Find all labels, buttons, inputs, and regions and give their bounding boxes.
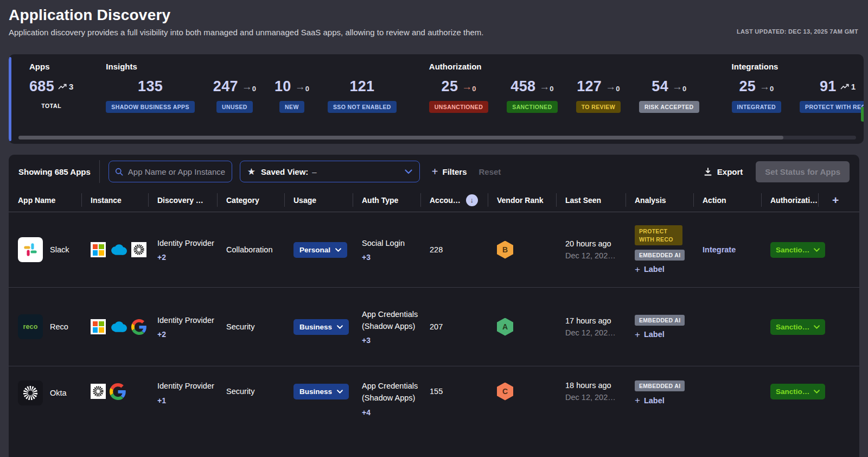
last-seen-relative: 20 hours ago bbox=[565, 239, 611, 248]
metric-badge[interactable]: SSO NOT ENABLED bbox=[328, 101, 397, 113]
metric-badge[interactable]: UNUSED bbox=[216, 101, 253, 113]
saved-view-value: – bbox=[312, 167, 316, 176]
auth-type: Social Login bbox=[362, 238, 405, 250]
plus-icon: + bbox=[635, 330, 640, 339]
category-cell: Collaboration bbox=[217, 239, 284, 261]
reset-button[interactable]: Reset bbox=[479, 167, 501, 176]
column-header-instance[interactable]: Instance bbox=[81, 188, 148, 212]
auth-type-more-link[interactable]: +3 bbox=[362, 336, 371, 345]
metric-badge[interactable]: UNSANCTIONED bbox=[429, 101, 488, 113]
to-value: 0 bbox=[770, 85, 774, 93]
analysis-cell: EMBEDDED AI + Label bbox=[626, 380, 693, 405]
filters-button[interactable]: + Filters bbox=[432, 166, 467, 177]
column-header-action[interactable]: Action bbox=[693, 188, 761, 212]
metric-badge[interactable]: PROTECT WITH RECO bbox=[800, 101, 864, 113]
column-header-last-seen[interactable]: Last Seen bbox=[556, 188, 626, 212]
apps-table-panel: Showing 685 Apps ★ Saved View: – + Filte… bbox=[9, 155, 859, 457]
auth-type: App Credentials (Shadow Apps) bbox=[362, 309, 420, 333]
instance-cell bbox=[81, 239, 148, 261]
column-header-usage[interactable]: Usage bbox=[284, 188, 353, 212]
integrate-link[interactable]: Integrate bbox=[703, 245, 736, 254]
vendor-rank-badge: C bbox=[497, 383, 513, 401]
authorization-value: Sanctio… bbox=[776, 388, 809, 396]
authorization-dropdown[interactable]: Sanctio… bbox=[770, 384, 825, 399]
usage-dropdown[interactable]: Business bbox=[293, 319, 349, 335]
search-input-wrapper[interactable] bbox=[108, 161, 232, 182]
metric-unused: 247 → 0 UNUSED bbox=[213, 78, 256, 113]
metric-value: 458 bbox=[510, 78, 535, 95]
google-icon bbox=[110, 383, 126, 400]
stats-scrollbar-thumb[interactable] bbox=[18, 136, 783, 139]
table-row[interactable]: Okta Identity Provider +1 Security Busin… bbox=[9, 366, 859, 457]
column-header-auth-type[interactable]: Auth Type bbox=[353, 188, 420, 212]
category-cell: Security bbox=[217, 380, 284, 402]
column-header-vendor-rank[interactable]: Vendor Rank bbox=[488, 188, 556, 212]
right-arrow-icon: → bbox=[539, 81, 550, 92]
usage-dropdown[interactable]: Personal bbox=[293, 242, 347, 258]
authorization-cell: Sanctio… bbox=[761, 239, 818, 261]
add-column-button[interactable]: + bbox=[818, 188, 859, 212]
saved-view-label: Saved View: bbox=[261, 167, 308, 176]
usage-dropdown[interactable]: Business bbox=[293, 384, 349, 399]
authorization-dropdown[interactable]: Sanctio… bbox=[770, 242, 825, 258]
last-seen-date: Dec 12, 202… bbox=[565, 328, 616, 337]
metric-badge[interactable]: RISK ACCEPTED bbox=[639, 101, 699, 113]
discovery-more-link[interactable]: +2 bbox=[157, 253, 166, 262]
set-status-for-apps-button[interactable]: Set Status for Apps bbox=[756, 161, 850, 182]
stats-scrollbar-track bbox=[18, 136, 856, 139]
discovery-more-link[interactable]: +1 bbox=[157, 396, 166, 405]
auth-type-more-link[interactable]: +4 bbox=[362, 408, 371, 417]
add-label-button[interactable]: + Label bbox=[635, 330, 665, 339]
metric-badge[interactable]: NEW bbox=[279, 101, 304, 113]
last-seen-cell: 18 hours ago Dec 12, 202… bbox=[556, 380, 626, 402]
column-header-analysis[interactable]: Analysis bbox=[626, 188, 693, 212]
section-label: Apps bbox=[29, 62, 79, 71]
app-name: Slack bbox=[50, 245, 69, 254]
metric-apps-total: 685 3 TOTAL bbox=[29, 78, 73, 109]
metric-value: 135 bbox=[138, 78, 163, 95]
auth-type-cell: App Credentials (Shadow Apps) +3 bbox=[353, 309, 420, 345]
metric-value: 121 bbox=[349, 78, 374, 95]
vendor-rank-cell: A bbox=[488, 316, 556, 338]
right-arrow-icon: → bbox=[760, 81, 770, 92]
to-value: 0 bbox=[305, 85, 309, 93]
metric-badge[interactable]: TO REVIEW bbox=[576, 101, 621, 113]
trend-delta: 3 bbox=[69, 82, 73, 91]
table-row[interactable]: reco Reco Identity Provider +2 Security bbox=[9, 288, 859, 366]
column-header-authorization[interactable]: Authorizati… bbox=[761, 188, 818, 212]
metric-badge[interactable]: SANCTIONED bbox=[507, 101, 557, 113]
sort-descending-icon[interactable]: ↓ bbox=[466, 194, 478, 206]
star-icon: ★ bbox=[247, 166, 256, 177]
embedded-ai-badge: EMBEDDED AI bbox=[635, 250, 685, 261]
discovery-method: Identity Provider bbox=[157, 238, 214, 250]
stats-section-insights: Insights 135 SHADOW BUSINESS APPS 247 → … bbox=[92, 62, 415, 124]
column-header-discovery[interactable]: Discovery … bbox=[148, 188, 217, 212]
okta-logo-icon bbox=[18, 380, 43, 405]
column-header-accounts[interactable]: Accou… ↓ bbox=[420, 188, 488, 212]
table-row[interactable]: Slack Identity Provider +2 Collaboration… bbox=[9, 212, 859, 288]
metric-value: 25 bbox=[739, 78, 756, 95]
right-arrow-icon: → bbox=[672, 81, 682, 92]
trend-delta: 1 bbox=[851, 82, 856, 91]
saved-view-dropdown[interactable]: ★ Saved View: – bbox=[240, 161, 420, 182]
authorization-dropdown[interactable]: Sanctio… bbox=[770, 319, 825, 335]
category-cell: Security bbox=[217, 316, 284, 338]
auth-type-more-link[interactable]: +3 bbox=[362, 253, 371, 262]
add-label-button[interactable]: + Label bbox=[635, 396, 665, 405]
search-input[interactable] bbox=[128, 167, 226, 176]
authorization-value: Sanctio… bbox=[776, 246, 809, 254]
export-button[interactable]: Export bbox=[704, 167, 743, 176]
metric-badge[interactable]: INTEGRATED bbox=[732, 101, 781, 113]
section-label: Authorization bbox=[429, 62, 705, 71]
metric-badge[interactable]: SHADOW BUSINESS APPS bbox=[106, 101, 195, 113]
add-label-button[interactable]: + Label bbox=[635, 265, 665, 274]
column-header-app-name[interactable]: App Name bbox=[9, 188, 81, 212]
add-label-text: Label bbox=[644, 265, 665, 274]
right-arrow-icon: → bbox=[605, 81, 616, 92]
microsoft-icon bbox=[91, 242, 106, 257]
discovery-more-link[interactable]: +2 bbox=[157, 330, 166, 339]
filters-label: Filters bbox=[442, 167, 467, 176]
salesforce-icon bbox=[110, 321, 127, 333]
column-header-category[interactable]: Category bbox=[217, 188, 284, 212]
to-value: 0 bbox=[472, 85, 476, 93]
